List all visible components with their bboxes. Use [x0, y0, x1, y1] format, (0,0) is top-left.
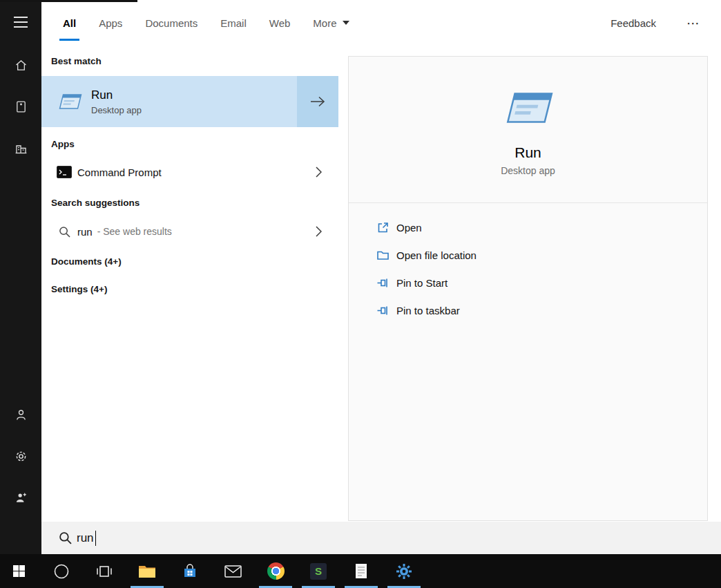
action-open-file-location[interactable]: Open file location	[349, 241, 707, 269]
chrome-icon	[267, 562, 285, 580]
preview-title: Run	[349, 143, 707, 162]
best-match-header: Best match	[51, 56, 338, 67]
search-flyout: All Apps Documents Email Web More Feedba…	[41, 0, 721, 554]
windows-search-screen: All Apps Documents Email Web More Feedba…	[0, 0, 721, 588]
notepad-icon	[355, 563, 367, 579]
action-open[interactable]: Open	[349, 214, 707, 241]
cortana-button[interactable]	[43, 554, 80, 588]
taskbar-app-blue[interactable]	[385, 554, 423, 588]
search-filter-tabs: All Apps Documents Email Web More Feedba…	[41, 0, 721, 46]
taskbar-chrome[interactable]	[257, 554, 294, 588]
tab-more[interactable]: More	[313, 0, 349, 46]
best-match-result-run[interactable]: Run Desktop app	[41, 76, 338, 127]
suggestion-query: run	[77, 226, 93, 238]
run-app-icon-large	[349, 88, 707, 129]
suggestion-hint: - See web results	[97, 226, 172, 237]
result-command-prompt[interactable]: Command Prompt	[41, 157, 338, 187]
action-label: Pin to Start	[396, 277, 448, 289]
home-button[interactable]	[0, 46, 41, 87]
mail-icon	[224, 565, 242, 578]
documents-group-header[interactable]: Documents (4+)	[51, 256, 338, 267]
feedback-link[interactable]: Feedback	[611, 17, 656, 29]
run-app-icon	[57, 92, 83, 112]
search-box[interactable]: run	[41, 522, 721, 554]
action-label: Open	[396, 222, 422, 234]
windows-logo-icon	[13, 565, 25, 577]
task-view-button[interactable]	[86, 554, 123, 588]
taskbar-file-explorer[interactable]	[128, 554, 166, 588]
action-pin-to-taskbar[interactable]: Pin to taskbar	[349, 296, 707, 324]
enterprise-button[interactable]	[0, 129, 41, 170]
home-icon	[14, 58, 28, 75]
account-icon	[14, 408, 28, 425]
taskbar-app-s[interactable]: S	[300, 554, 337, 588]
search-input-text[interactable]: run	[77, 531, 94, 545]
sidebar-rail	[0, 0, 41, 554]
blue-gear-icon	[396, 563, 412, 580]
settings-group-header[interactable]: Settings (4+)	[51, 284, 338, 295]
hamburger-icon	[14, 13, 28, 31]
pin-icon	[376, 276, 390, 290]
hamburger-menu-button[interactable]	[0, 0, 41, 44]
tab-documents[interactable]: Documents	[145, 0, 198, 46]
gear-icon	[14, 449, 28, 466]
store-icon	[182, 563, 198, 580]
result-web-suggestion[interactable]: run - See web results	[41, 216, 338, 247]
notebook-button[interactable]	[0, 87, 41, 129]
search-icon	[57, 226, 72, 238]
best-match-subtitle: Desktop app	[91, 105, 142, 115]
suggestions-section-header: Search suggestions	[51, 198, 338, 209]
taskbar-store[interactable]	[171, 554, 209, 588]
file-explorer-icon	[138, 564, 156, 578]
best-match-title: Run	[91, 88, 142, 103]
tab-apps[interactable]: Apps	[99, 0, 122, 46]
arrow-right-icon	[310, 96, 325, 107]
command-prompt-icon	[57, 166, 72, 178]
preview-divider	[349, 202, 707, 203]
taskbar-mail[interactable]	[214, 554, 251, 588]
action-label: Pin to taskbar	[396, 305, 460, 316]
preview-subtitle: Desktop app	[349, 165, 707, 176]
open-icon	[376, 221, 390, 234]
account-button[interactable]	[0, 395, 41, 437]
preview-panel: Run Desktop app Open Open file location	[348, 56, 708, 521]
tab-web[interactable]: Web	[269, 0, 291, 46]
sidebar-bottom-group	[0, 395, 41, 520]
chevron-right-icon[interactable]	[316, 216, 322, 247]
preview-actions: Open Open file location Pin to Start	[349, 214, 707, 324]
chevron-right-icon[interactable]	[316, 157, 322, 187]
start-button[interactable]	[0, 554, 37, 588]
search-icon	[59, 531, 73, 544]
apps-section-header: Apps	[51, 139, 338, 150]
expand-preview-button[interactable]	[297, 76, 338, 127]
overflow-menu-icon[interactable]: ⋯	[686, 15, 700, 31]
text-caret	[95, 531, 97, 546]
action-label: Open file location	[396, 249, 477, 261]
sidebar-top-group	[0, 46, 41, 170]
result-label: Command Prompt	[77, 167, 162, 178]
cortana-circle-icon	[53, 563, 70, 580]
taskbar: S	[0, 554, 721, 588]
background-window-edge	[0, 0, 137, 2]
settings-button[interactable]	[0, 437, 41, 478]
best-match-text: Run Desktop app	[91, 88, 142, 115]
tab-more-label: More	[313, 17, 336, 29]
taskbar-notepad[interactable]	[343, 554, 380, 588]
results-panel: Best match Run Desktop app Apps Comma	[41, 46, 338, 522]
feedback-icon	[14, 491, 28, 508]
s-app-icon: S	[310, 563, 327, 580]
enterprise-icon	[14, 141, 28, 158]
action-pin-to-start[interactable]: Pin to Start	[349, 269, 707, 296]
task-view-icon	[96, 564, 113, 579]
chevron-down-icon	[343, 21, 349, 25]
folder-icon	[376, 249, 390, 262]
tab-email[interactable]: Email	[220, 0, 247, 46]
feedback-button[interactable]	[0, 478, 41, 520]
pin-icon	[376, 304, 390, 317]
notebook-icon	[14, 99, 28, 117]
tab-all[interactable]: All	[63, 0, 76, 46]
